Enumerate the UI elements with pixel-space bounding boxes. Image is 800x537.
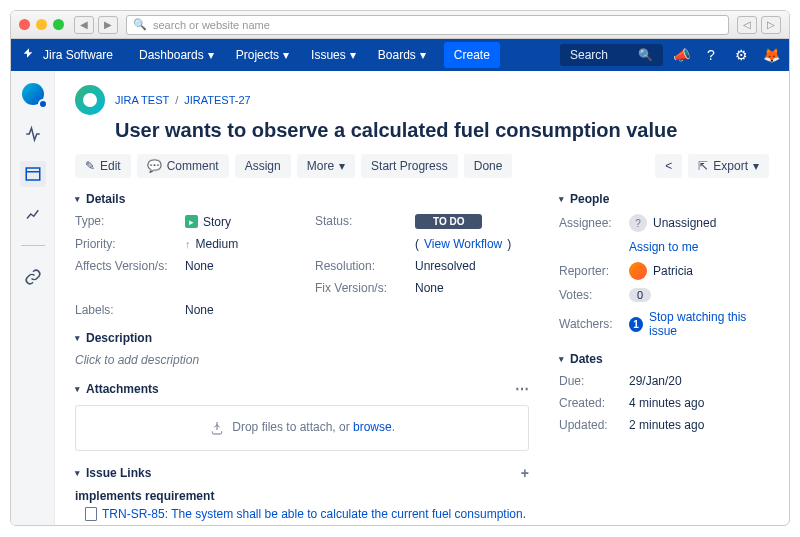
- attachments-dropzone[interactable]: Drop files to attach, or browse.: [75, 405, 529, 451]
- view-workflow-link[interactable]: (View Workflow): [415, 237, 529, 251]
- nav-projects[interactable]: Projects▾: [226, 42, 299, 68]
- chevron-down-icon: ▾: [75, 384, 80, 394]
- dates-header[interactable]: ▾Dates: [559, 352, 769, 366]
- sidebar-chart-icon[interactable]: [20, 201, 46, 227]
- issue-title: User wants to observe a calculated fuel …: [115, 119, 769, 142]
- export-button[interactable]: ⇱Export▾: [688, 154, 769, 178]
- address-placeholder: search or website name: [153, 19, 270, 31]
- done-button[interactable]: Done: [464, 154, 513, 178]
- type-value: ▸Story: [185, 214, 315, 229]
- settings-icon[interactable]: ⚙: [733, 47, 749, 63]
- back-button[interactable]: ◀: [74, 16, 94, 34]
- details-section: ▾Details Type: ▸Story Status: TO DO Prio…: [75, 192, 529, 317]
- description-section: ▾Description Click to add description: [75, 331, 529, 367]
- search-placeholder: Search: [570, 48, 608, 62]
- watchers-count: 1: [629, 317, 643, 332]
- reporter-label: Reporter:: [559, 264, 629, 278]
- app-body: JIRA TEST / JIRATEST-27 User wants to ob…: [11, 71, 789, 525]
- description-header[interactable]: ▾Description: [75, 331, 529, 345]
- reporter-avatar-icon: [629, 262, 647, 280]
- status-label: Status:: [315, 214, 415, 229]
- type-label: Type:: [75, 214, 185, 229]
- chevron-down-icon: ▾: [753, 159, 759, 173]
- chevron-down-icon: ▾: [75, 194, 80, 204]
- fix-label: Fix Version/s:: [315, 281, 415, 295]
- help-icon[interactable]: ?: [703, 47, 719, 63]
- sidebar-project-avatar[interactable]: [20, 81, 46, 107]
- search-icon: 🔍: [133, 18, 147, 31]
- share-button[interactable]: <: [655, 154, 682, 178]
- assign-button[interactable]: Assign: [235, 154, 291, 178]
- resolution-value: Unresolved: [415, 259, 529, 273]
- nav-dashboards[interactable]: Dashboards▾: [129, 42, 224, 68]
- attachments-menu-icon[interactable]: ⋯: [515, 381, 529, 397]
- browser-nav-end: ◁ ▷: [737, 16, 781, 34]
- details-header[interactable]: ▾Details: [75, 192, 529, 206]
- linked-issue[interactable]: TRN-SR-85: The system shall be able to c…: [85, 507, 529, 521]
- description-placeholder[interactable]: Click to add description: [75, 353, 529, 367]
- jira-icon: [21, 47, 37, 63]
- start-progress-button[interactable]: Start Progress: [361, 154, 458, 178]
- nav-back-2[interactable]: ◁: [737, 16, 757, 34]
- notifications-icon[interactable]: 📣: [673, 47, 689, 63]
- chevron-down-icon: ▾: [283, 48, 289, 62]
- project-avatar[interactable]: [75, 85, 105, 115]
- jira-search[interactable]: Search 🔍: [560, 44, 663, 66]
- reporter-value: Patricia: [629, 262, 769, 280]
- sidebar-link-icon[interactable]: [20, 264, 46, 290]
- affects-value: None: [185, 259, 315, 273]
- votes-label: Votes:: [559, 288, 629, 302]
- share-icon: <: [665, 159, 672, 173]
- chevron-down-icon: ▾: [339, 159, 345, 173]
- chevron-down-icon: ▾: [420, 48, 426, 62]
- nav-issues[interactable]: Issues▾: [301, 42, 366, 68]
- browse-link[interactable]: browse: [353, 420, 392, 434]
- close-window-button[interactable]: [19, 19, 30, 30]
- forward-button[interactable]: ▶: [98, 16, 118, 34]
- jira-logo[interactable]: Jira Software: [21, 47, 113, 63]
- right-column: ▾People Assignee:?Unassigned Assign to m…: [559, 192, 769, 525]
- chevron-down-icon: ▾: [559, 194, 564, 204]
- browser-window: ◀ ▶ 🔍 search or website name ◁ ▷ Jira So…: [10, 10, 790, 526]
- due-label: Due:: [559, 374, 629, 388]
- unassigned-avatar-icon: ?: [629, 214, 647, 232]
- maximize-window-button[interactable]: [53, 19, 64, 30]
- svg-rect-0: [26, 168, 40, 180]
- created-value: 4 minutes ago: [629, 396, 769, 410]
- labels-value: None: [185, 303, 315, 317]
- breadcrumb: JIRA TEST / JIRATEST-27: [75, 85, 769, 115]
- profile-icon[interactable]: 🦊: [763, 47, 779, 63]
- sidebar-board-icon[interactable]: [20, 161, 46, 187]
- create-button[interactable]: Create: [444, 42, 500, 68]
- updated-value: 2 minutes ago: [629, 418, 769, 432]
- edit-button[interactable]: ✎Edit: [75, 154, 131, 178]
- breadcrumb-key[interactable]: JIRATEST-27: [184, 94, 250, 106]
- sidebar-activity-icon[interactable]: [20, 121, 46, 147]
- breadcrumb-sep: /: [175, 94, 178, 106]
- main-content: JIRA TEST / JIRATEST-27 User wants to ob…: [55, 71, 789, 525]
- chevron-down-icon: ▾: [75, 468, 80, 478]
- action-bar: ✎Edit 💬Comment Assign More▾ Start Progre…: [75, 154, 769, 178]
- priority-label: Priority:: [75, 237, 185, 251]
- dates-section: ▾Dates Due:29/Jan/20 Created:4 minutes a…: [559, 352, 769, 432]
- nav-forward-2[interactable]: ▷: [761, 16, 781, 34]
- chevron-down-icon: ▾: [350, 48, 356, 62]
- fix-value: None: [415, 281, 529, 295]
- status-value: TO DO: [415, 214, 529, 229]
- watchers-value: 1Stop watching this issue: [629, 310, 769, 338]
- minimize-window-button[interactable]: [36, 19, 47, 30]
- comment-button[interactable]: 💬Comment: [137, 154, 229, 178]
- assignee-value: ?Unassigned: [629, 214, 769, 232]
- more-button[interactable]: More▾: [297, 154, 355, 178]
- address-bar[interactable]: 🔍 search or website name: [126, 15, 729, 35]
- breadcrumb-project[interactable]: JIRA TEST: [115, 94, 169, 106]
- nav-boards[interactable]: Boards▾: [368, 42, 436, 68]
- stop-watching-link[interactable]: Stop watching this issue: [649, 310, 769, 338]
- assign-to-me-link[interactable]: Assign to me: [629, 240, 698, 254]
- add-link-icon[interactable]: +: [521, 465, 529, 481]
- people-header[interactable]: ▾People: [559, 192, 769, 206]
- search-icon: 🔍: [638, 48, 653, 62]
- chevron-down-icon: ▾: [75, 333, 80, 343]
- attachments-header[interactable]: ▾Attachments⋯: [75, 381, 529, 397]
- issue-links-header[interactable]: ▾Issue Links+: [75, 465, 529, 481]
